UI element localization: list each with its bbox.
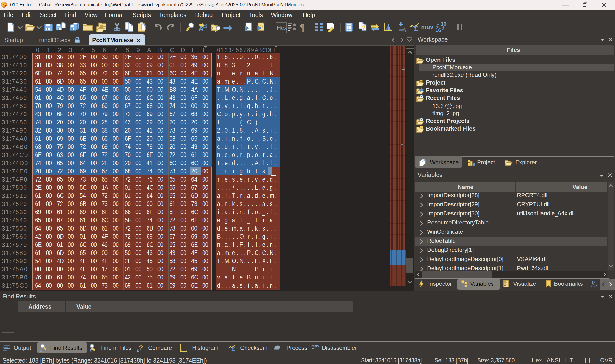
svg-text:?: ?: [139, 344, 143, 351]
svg-text:16: 16: [435, 27, 441, 32]
svg-text:mov: mov: [421, 24, 433, 30]
svg-text:Σ: Σ: [231, 346, 235, 352]
svg-text:¶: ¶: [300, 22, 304, 32]
svg-text:mov: mov: [311, 344, 319, 348]
svg-text:?: ?: [361, 24, 366, 31]
svg-text:10: 10: [275, 344, 278, 347]
svg-text:Σ: Σ: [413, 24, 418, 32]
